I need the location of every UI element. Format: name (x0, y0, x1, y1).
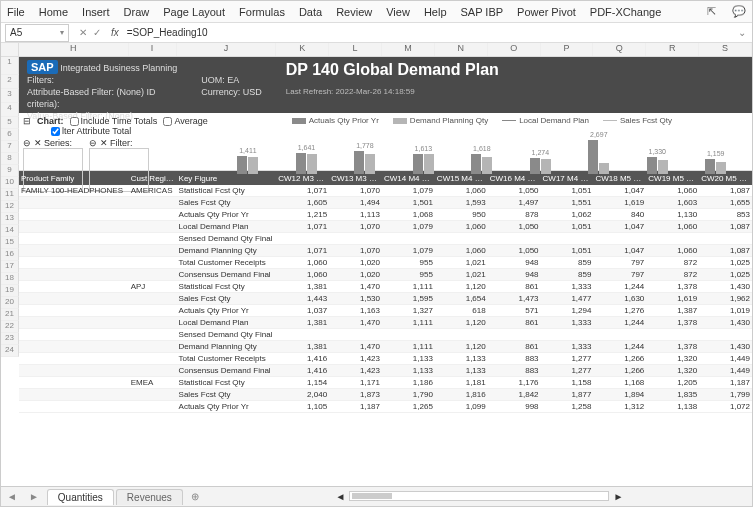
cell[interactable]: 1,168 (593, 378, 646, 387)
cell[interactable]: 1,449 (699, 354, 752, 363)
th-cw13[interactable]: CW13 M3 2022 (329, 174, 382, 183)
sheet-tab-quantities[interactable]: Quantities (47, 489, 114, 505)
cell[interactable]: 1,842 (488, 390, 541, 399)
th-cust-region[interactable]: Cust Region (129, 174, 177, 183)
share-icon[interactable]: ⇱ (704, 5, 718, 19)
cell[interactable]: 1,962 (699, 294, 752, 303)
table-row[interactable]: FAMILY 100-HEADPHONESAMERICASStatistical… (19, 185, 752, 197)
cell[interactable]: 1,497 (488, 198, 541, 207)
cell[interactable]: 1,327 (382, 306, 435, 315)
ribbon-tab-insert[interactable]: Insert (82, 6, 110, 18)
cell[interactable]: 1,187 (699, 378, 752, 387)
cell[interactable]: 1,051 (541, 222, 594, 231)
cell[interactable]: 1,111 (382, 318, 435, 327)
close-series-icon[interactable]: ✕ (34, 138, 42, 148)
cell[interactable]: 1,877 (541, 390, 594, 399)
th-cw14[interactable]: CW14 M4 2022 (382, 174, 435, 183)
cell[interactable]: 1,071 (276, 186, 329, 195)
row-header[interactable]: 16 (1, 249, 19, 261)
th-cw19[interactable]: CW19 M5 2022 (646, 174, 699, 183)
cell[interactable]: Demand Planning Qty (177, 246, 277, 255)
cell[interactable]: Sales Fcst Qty (177, 294, 277, 303)
row-header[interactable]: 6 (1, 129, 19, 141)
cell[interactable]: 1,060 (646, 222, 699, 231)
ribbon-tab-review[interactable]: Review (336, 6, 372, 18)
row-header[interactable]: 3 (1, 89, 19, 103)
cell[interactable]: 1,378 (646, 342, 699, 351)
table-row[interactable]: Consensus Demand Final1,4161,4231,1331,1… (19, 365, 752, 377)
cell[interactable]: 1,387 (646, 306, 699, 315)
remove-series-icon[interactable]: ⊖ (23, 138, 31, 148)
row-header[interactable]: 17 (1, 261, 19, 273)
cell[interactable]: 1,060 (646, 186, 699, 195)
table-row[interactable]: Sales Fcst Qty2,0401,8731,7901,8161,8421… (19, 389, 752, 401)
cell[interactable]: FAMILY 100-HEADPHONES (19, 186, 129, 195)
row-header[interactable]: 11 (1, 189, 19, 201)
cell[interactable]: 1,423 (329, 354, 382, 363)
cell[interactable]: 1,470 (329, 342, 382, 351)
col-O[interactable]: O (488, 43, 541, 56)
cell[interactable]: Sales Fcst Qty (177, 390, 277, 399)
scroll-right-icon[interactable]: ► (609, 491, 627, 502)
table-row[interactable]: Demand Planning Qty1,3811,4701,1111,1208… (19, 341, 752, 353)
cell[interactable]: 1,025 (699, 258, 752, 267)
expand-formula-icon[interactable]: ⌄ (732, 27, 752, 38)
cell[interactable]: 1,835 (646, 390, 699, 399)
sheet-nav-next-icon[interactable]: ► (23, 491, 45, 502)
cell[interactable]: 571 (488, 306, 541, 315)
th-cw15[interactable]: CW15 M4 2022 (435, 174, 488, 183)
cell[interactable]: 1,595 (382, 294, 435, 303)
cell[interactable]: Demand Planning Qty (177, 342, 277, 351)
col-N[interactable]: N (435, 43, 488, 56)
cell[interactable]: 1,021 (435, 258, 488, 267)
cell[interactable]: 948 (488, 258, 541, 267)
cell[interactable]: Sales Fcst Qty (177, 198, 277, 207)
cell[interactable]: 1,294 (541, 306, 594, 315)
table-row[interactable]: Actuals Qty Prior Yr1,1051,1871,2651,099… (19, 401, 752, 413)
cell[interactable]: 840 (593, 210, 646, 219)
cell[interactable]: 1,070 (329, 222, 382, 231)
cancel-icon[interactable]: ✕ (79, 27, 87, 38)
cell[interactable]: APJ (129, 282, 177, 291)
cell[interactable]: 1,047 (593, 246, 646, 255)
cell[interactable]: 1,111 (382, 342, 435, 351)
row-header[interactable]: 13 (1, 213, 19, 225)
close-filter-icon[interactable]: ✕ (100, 138, 108, 148)
col-K[interactable]: K (276, 43, 329, 56)
cell[interactable]: 1,654 (435, 294, 488, 303)
col-Q[interactable]: Q (593, 43, 646, 56)
cell[interactable]: 1,593 (435, 198, 488, 207)
cell[interactable]: 1,378 (646, 318, 699, 327)
th-cw18[interactable]: CW18 M5 2022 (593, 174, 646, 183)
ribbon-tab-pagelayout[interactable]: Page Layout (163, 6, 225, 18)
ribbon-tab-powerpivot[interactable]: Power Pivot (517, 6, 576, 18)
cell[interactable]: 1,099 (435, 402, 488, 411)
cell[interactable]: 1,087 (699, 222, 752, 231)
cell[interactable]: 1,312 (593, 402, 646, 411)
scroll-left-icon[interactable]: ◄ (332, 491, 350, 502)
cell[interactable]: 1,258 (541, 402, 594, 411)
cell[interactable]: 1,105 (276, 402, 329, 411)
row-header[interactable]: 8 (1, 153, 19, 165)
chevron-down-icon[interactable]: ▾ (60, 28, 64, 37)
cell[interactable]: 998 (488, 402, 541, 411)
cell[interactable]: Consensus Demand Final (177, 270, 277, 279)
col-R[interactable]: R (646, 43, 699, 56)
cell[interactable]: 1,051 (541, 246, 594, 255)
cell[interactable]: 1,050 (488, 222, 541, 231)
cell[interactable]: 859 (541, 270, 594, 279)
cell[interactable]: Local Demand Plan (177, 222, 277, 231)
table-row[interactable]: Total Customer Receipts1,0601,0209551,02… (19, 257, 752, 269)
cell[interactable]: 1,079 (382, 222, 435, 231)
cell[interactable]: 1,079 (382, 246, 435, 255)
cell[interactable]: 1,071 (276, 246, 329, 255)
cell[interactable]: 853 (699, 210, 752, 219)
row-header[interactable]: 7 (1, 141, 19, 153)
table-row[interactable]: Actuals Qty Prior Yr1,2151,1131,06895087… (19, 209, 752, 221)
cell[interactable]: 1,111 (382, 282, 435, 291)
cell[interactable]: 1,244 (593, 282, 646, 291)
cell[interactable]: 1,070 (329, 246, 382, 255)
col-M[interactable]: M (382, 43, 435, 56)
cell[interactable]: 883 (488, 366, 541, 375)
cell[interactable]: Total Customer Receipts (177, 354, 277, 363)
